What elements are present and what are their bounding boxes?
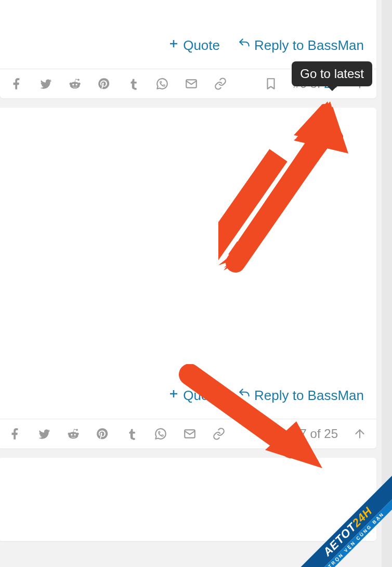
- quote-label: Quote: [183, 388, 220, 404]
- reply-label: Reply to BassMan: [254, 37, 364, 54]
- post-next: [0, 458, 376, 541]
- share-icons: [9, 76, 228, 91]
- whatsapp-icon[interactable]: [153, 427, 168, 441]
- email-icon[interactable]: [184, 76, 199, 91]
- reply-button[interactable]: Reply to BassMan: [238, 387, 364, 404]
- link-icon[interactable]: [213, 76, 228, 91]
- post-actions: Quote Reply to BassMan: [11, 387, 364, 404]
- reply-icon: [238, 387, 251, 404]
- pinterest-icon[interactable]: [97, 76, 111, 91]
- reply-label: Reply to BassMan: [254, 388, 364, 404]
- plus-icon: [167, 388, 180, 404]
- post-actions: Quote Reply to BassMan: [12, 37, 364, 54]
- twitter-icon[interactable]: [38, 76, 53, 91]
- quote-button[interactable]: Quote: [167, 37, 220, 54]
- share-bar: #7 of 25: [0, 419, 376, 448]
- reply-button[interactable]: Reply to BassMan: [238, 37, 364, 54]
- tooltip-text: Go to latest: [300, 67, 364, 81]
- plus-icon: [167, 37, 180, 54]
- right-tools: #7 of 25: [264, 427, 367, 441]
- counter-prefix: #7 of: [293, 427, 324, 441]
- pinterest-icon[interactable]: [95, 427, 110, 441]
- facebook-icon[interactable]: [8, 427, 22, 441]
- post-counter: #7 of 25: [293, 427, 338, 441]
- email-icon[interactable]: [182, 427, 197, 441]
- post-6: Quote Reply to BassMan Go to latest: [0, 0, 376, 98]
- whatsapp-icon[interactable]: [155, 76, 169, 91]
- scroll-top-icon[interactable]: [352, 427, 367, 441]
- facebook-icon[interactable]: [9, 76, 24, 91]
- reddit-icon[interactable]: [68, 76, 82, 91]
- reply-icon: [238, 37, 251, 54]
- reddit-icon[interactable]: [66, 427, 81, 441]
- tumblr-icon[interactable]: [124, 427, 139, 441]
- twitter-icon[interactable]: [37, 427, 51, 441]
- counter-total: 25: [324, 427, 338, 441]
- quote-label: Quote: [183, 37, 220, 54]
- bookmark-icon[interactable]: [264, 76, 278, 91]
- share-icons: [8, 427, 226, 441]
- tumblr-icon[interactable]: [126, 76, 140, 91]
- link-icon[interactable]: [212, 427, 226, 441]
- post-7: Quote Reply to BassMan: [0, 108, 376, 448]
- quote-button[interactable]: Quote: [167, 388, 220, 404]
- bookmark-icon[interactable]: [264, 427, 278, 441]
- go-to-latest-tooltip: Go to latest: [292, 61, 372, 86]
